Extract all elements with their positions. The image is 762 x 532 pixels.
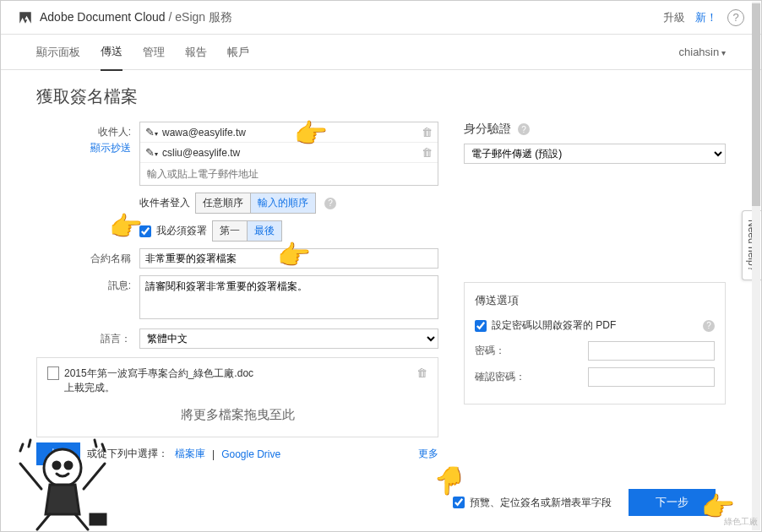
adobe-logo-icon bbox=[18, 10, 33, 25]
recipient-row: ✎▾ csliu@easylife.tw 🗑 bbox=[140, 143, 438, 163]
login-order-label: 收件者登入 bbox=[139, 196, 190, 210]
password-label: 密碼： bbox=[475, 344, 539, 358]
message-textarea[interactable]: 請審閱和簽署非常重要的簽署檔案。 bbox=[139, 275, 438, 319]
nav-bar: 顯示面板 傳送 管理 報告 帳戶 chiahsin bbox=[1, 35, 761, 70]
message-label: 訊息: bbox=[36, 275, 139, 293]
signer-icon: ✎▾ bbox=[145, 146, 157, 159]
password-input[interactable] bbox=[588, 341, 715, 361]
recipients-box: ✎▾ wawa@easylife.tw 🗑 ✎▾ csliu@easylife.… bbox=[139, 122, 438, 186]
confirm-password-input[interactable] bbox=[588, 367, 715, 387]
breadcrumb: Adobe Document Cloud / eSign 服務 bbox=[40, 10, 232, 25]
document-icon bbox=[47, 366, 59, 380]
order-any[interactable]: 任意順序 bbox=[196, 193, 251, 213]
set-password-checkbox[interactable] bbox=[475, 320, 487, 332]
agreement-name-input[interactable] bbox=[139, 248, 438, 269]
or-from-text: 或從下列中選擇： bbox=[87, 447, 168, 461]
identity-label: 身分驗證 bbox=[464, 122, 511, 137]
delete-recipient-icon[interactable]: 🗑 bbox=[422, 146, 433, 159]
signer-icon: ✎▾ bbox=[145, 126, 157, 138]
recipient-input[interactable] bbox=[140, 163, 438, 185]
footer-bar: 預覽、定位簽名或新增表單字段 下一步 bbox=[1, 480, 751, 524]
identity-select[interactable]: 電子郵件傳遞 (預設) bbox=[464, 144, 726, 164]
preview-label: 預覽、定位簽名或新增表單字段 bbox=[470, 496, 612, 510]
sign-first[interactable]: 第一 bbox=[213, 221, 248, 241]
delete-file-icon[interactable]: 🗑 bbox=[416, 366, 427, 379]
nav-dashboard[interactable]: 顯示面板 bbox=[36, 35, 80, 70]
delete-recipient-icon[interactable]: 🗑 bbox=[422, 126, 433, 138]
sign-last[interactable]: 最後 bbox=[248, 221, 281, 241]
show-cc-link[interactable]: 顯示抄送 bbox=[36, 141, 131, 155]
file-status: 上載完成。 bbox=[64, 381, 411, 395]
more-link[interactable]: 更多 bbox=[418, 447, 438, 461]
upgrade-link[interactable]: 升級 bbox=[663, 10, 685, 25]
upload-button[interactable]: 上載 bbox=[36, 442, 80, 465]
must-sign-label: 我必須簽署 bbox=[156, 224, 207, 238]
drop-hint: 將更多檔案拖曳至此 bbox=[47, 395, 427, 428]
confirm-password-label: 確認密碼： bbox=[475, 370, 539, 384]
order-entered[interactable]: 輸入的順序 bbox=[251, 193, 315, 213]
file-name: 2015年第一波寫手專案合約_綠色工廠.doc bbox=[64, 366, 411, 381]
nav-manage[interactable]: 管理 bbox=[143, 35, 165, 70]
new-link[interactable]: 新！ bbox=[695, 10, 717, 25]
recipient-email[interactable]: csliu@easylife.tw bbox=[157, 147, 422, 159]
preview-checkbox[interactable] bbox=[453, 497, 465, 508]
header: Adobe Document Cloud / eSign 服務 升級 新！ ? bbox=[1, 1, 761, 35]
send-options-title: 傳送選項 bbox=[475, 293, 519, 308]
page-title: 獲取簽名檔案 bbox=[36, 85, 726, 108]
recipient-email[interactable]: wawa@easylife.tw bbox=[157, 127, 422, 138]
help-icon[interactable]: ? bbox=[703, 320, 715, 332]
gdrive-link[interactable]: Google Drive bbox=[221, 448, 280, 460]
set-password-label: 設定密碼以開啟簽署的 PDF bbox=[492, 318, 616, 333]
file-panel: 2015年第一波寫手專案合約_綠色工廠.doc 上載完成。 🗑 將更多檔案拖曳至… bbox=[36, 357, 438, 437]
user-menu[interactable]: chiahsin bbox=[679, 46, 726, 58]
agreement-label: 合約名稱 bbox=[36, 248, 139, 266]
nav-account[interactable]: 帳戶 bbox=[227, 35, 249, 70]
help-icon[interactable]: ? bbox=[324, 198, 336, 209]
next-button[interactable]: 下一步 bbox=[629, 489, 716, 516]
scrollbar[interactable] bbox=[752, 2, 760, 530]
help-icon[interactable]: ? bbox=[518, 123, 530, 135]
recipients-label: 收件人: bbox=[98, 126, 131, 138]
help-icon[interactable]: ? bbox=[727, 9, 744, 26]
login-order-toggle: 任意順序 輸入的順序 bbox=[195, 193, 316, 214]
language-label: 語言： bbox=[36, 328, 139, 346]
library-link[interactable]: 檔案庫 bbox=[175, 447, 205, 461]
nav-send[interactable]: 傳送 bbox=[101, 34, 122, 71]
nav-reports[interactable]: 報告 bbox=[185, 35, 207, 70]
language-select[interactable]: 繁體中文 bbox=[139, 328, 438, 349]
must-sign-checkbox[interactable] bbox=[139, 225, 151, 237]
sign-position-toggle: 第一 最後 bbox=[212, 220, 282, 242]
watermark: 綠色工廠 bbox=[724, 516, 758, 528]
recipient-row: ✎▾ wawa@easylife.tw 🗑 bbox=[140, 122, 438, 143]
send-options-panel: 傳送選項 設定密碼以開啟簽署的 PDF ? 密碼： 確認密碼： bbox=[464, 282, 726, 404]
